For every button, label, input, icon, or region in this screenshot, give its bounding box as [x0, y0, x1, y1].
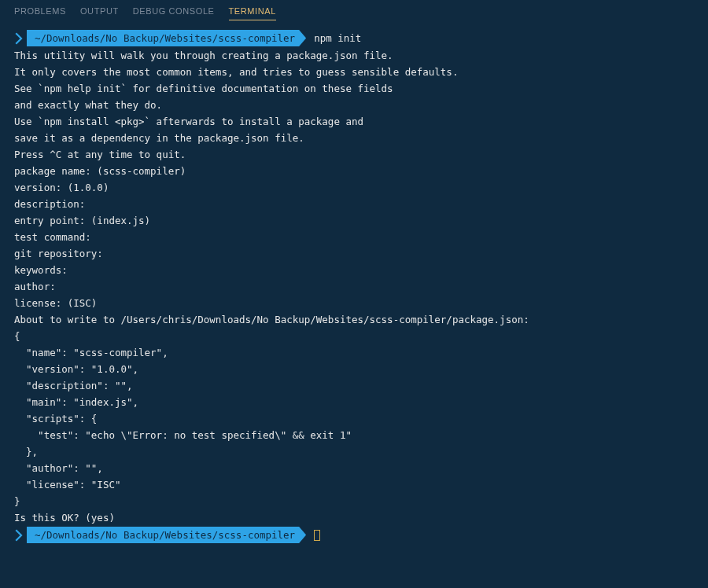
terminal-output-line: "author": "",	[14, 461, 694, 476]
terminal-output-line: description:	[14, 197, 694, 211]
command-input: npm init	[314, 31, 361, 46]
terminal-cursor[interactable]	[314, 530, 320, 541]
prompt-line-2: ~/Downloads/No Backup/Websites/scss-comp…	[14, 527, 694, 543]
terminal-output-line: }	[14, 494, 694, 509]
terminal-output-line: },	[14, 444, 694, 459]
terminal-output-line: "main": "index.js",	[14, 395, 694, 410]
terminal-output-line: and exactly what they do.	[14, 97, 694, 112]
terminal-output-line: save it as a dependency in the package.j…	[14, 130, 694, 145]
prompt-arrow-icon	[14, 31, 28, 46]
terminal-output-line: About to write to /Users/chris/Downloads…	[14, 312, 694, 327]
terminal-output-line: license: (ISC)	[14, 296, 694, 311]
tab-terminal[interactable]: TERMINAL	[229, 6, 276, 20]
tab-problems[interactable]: PROBLEMS	[14, 6, 66, 20]
terminal-output-line: Press ^C at any time to quit.	[14, 147, 694, 162]
terminal-output-line: "name": "scss-compiler",	[14, 345, 694, 360]
terminal-output-line: "description": "",	[14, 378, 694, 393]
terminal-output-line: version: (1.0.0)	[14, 180, 694, 195]
terminal-output-line: It only covers the most common items, an…	[14, 64, 694, 79]
terminal-output-line: "license": "ISC"	[14, 477, 694, 492]
tab-debug-console[interactable]: DEBUG CONSOLE	[133, 6, 215, 20]
panel-tabs: PROBLEMS OUTPUT DEBUG CONSOLE TERMINAL	[0, 0, 708, 22]
terminal-output-line: {	[14, 329, 694, 344]
terminal-output-line: package name: (scss-compiler)	[14, 164, 694, 178]
terminal-output-line: "version": "1.0.0",	[14, 362, 694, 377]
terminal-output-line: "scripts": {	[14, 411, 694, 426]
terminal-view[interactable]: ~/Downloads/No Backup/Websites/scss-comp…	[0, 22, 708, 543]
terminal-output-line: See `npm help init` for definitive docum…	[14, 81, 694, 96]
tab-output[interactable]: OUTPUT	[80, 6, 119, 20]
terminal-output-line: This utility will walk you through creat…	[14, 48, 694, 63]
terminal-output-line: Use `npm install <pkg>` afterwards to in…	[14, 114, 694, 129]
prompt-arrow-icon	[14, 528, 28, 542]
terminal-output-line: Is this OK? (yes)	[14, 510, 694, 525]
terminal-output-line: "test": "echo \"Error: no test specified…	[14, 428, 694, 443]
terminal-output-line: git repository:	[14, 246, 694, 261]
prompt-path: ~/Downloads/No Backup/Websites/scss-comp…	[27, 30, 306, 46]
terminal-output-line: author:	[14, 279, 694, 294]
terminal-output-line: test command:	[14, 230, 694, 244]
prompt-path: ~/Downloads/No Backup/Websites/scss-comp…	[27, 527, 306, 543]
prompt-line-1: ~/Downloads/No Backup/Websites/scss-comp…	[14, 30, 694, 46]
terminal-output-line: keywords:	[14, 263, 694, 277]
terminal-output-line: entry point: (index.js)	[14, 213, 694, 228]
